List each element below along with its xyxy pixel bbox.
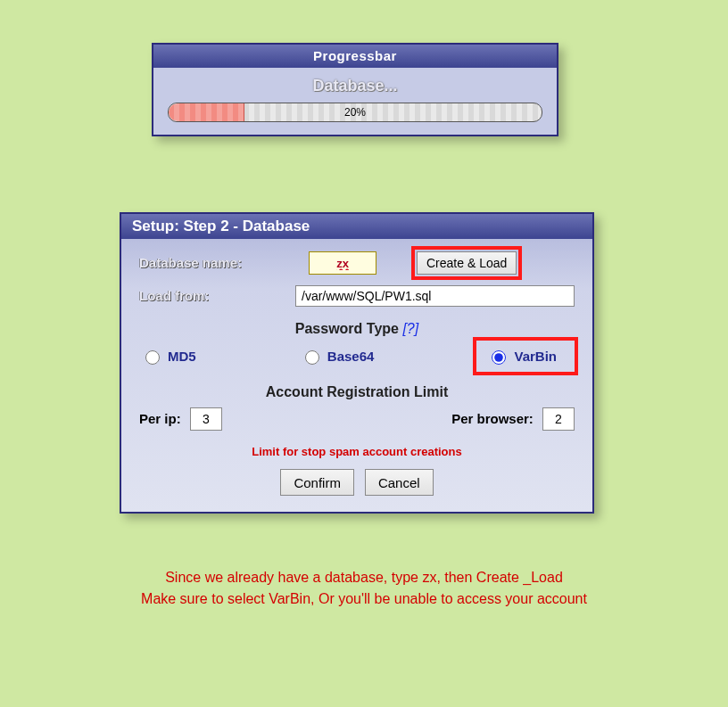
radio-varbin-input[interactable] bbox=[492, 350, 506, 365]
radio-varbin[interactable]: VarBin bbox=[478, 342, 573, 370]
annotation-line-2: Make sure to select VarBin, Or you'll be… bbox=[0, 588, 728, 610]
password-type-help-icon[interactable]: [?] bbox=[402, 321, 418, 336]
setup-body: Database name: Create & Load Load from: … bbox=[121, 239, 592, 512]
annotation-line-1: Since we already have a database, type z… bbox=[0, 567, 728, 588]
progress-panel: Progressbar Database... 20% bbox=[152, 43, 558, 136]
radio-base64-input[interactable] bbox=[305, 350, 319, 365]
radio-varbin-label: VarBin bbox=[514, 349, 557, 364]
per-ip-input[interactable] bbox=[190, 407, 222, 431]
load-from-label: Load from: bbox=[139, 289, 255, 304]
progress-title: Progressbar bbox=[153, 45, 557, 68]
db-name-row: Database name: Create & Load bbox=[139, 251, 575, 275]
progress-percent: 20% bbox=[169, 103, 542, 121]
load-from-input[interactable] bbox=[295, 285, 575, 307]
radio-md5-input[interactable] bbox=[145, 350, 160, 365]
radio-base64[interactable]: Base64 bbox=[301, 348, 375, 365]
password-type-radios: MD5 Base64 VarBin bbox=[139, 342, 575, 370]
reg-limit-title: Account Registration Limit bbox=[139, 384, 575, 400]
setup-title: Setup: Step 2 - Database bbox=[121, 214, 592, 239]
annotation-text: Since we already have a database, type z… bbox=[0, 567, 728, 610]
radio-base64-label: Base64 bbox=[327, 349, 375, 364]
per-browser-input[interactable] bbox=[542, 407, 575, 431]
password-type-title: Password Type [?] bbox=[139, 321, 575, 337]
setup-panel: Setup: Step 2 - Database Database name: … bbox=[120, 212, 594, 514]
confirm-button[interactable]: Confirm bbox=[280, 469, 354, 496]
per-browser-label: Per browser: bbox=[451, 411, 534, 426]
per-ip-label: Per ip: bbox=[139, 411, 181, 426]
per-ip-group: Per ip: bbox=[139, 407, 222, 431]
password-type-text: Password Type bbox=[295, 321, 399, 336]
cancel-button[interactable]: Cancel bbox=[365, 469, 434, 496]
db-name-label: Database name: bbox=[139, 256, 255, 271]
action-buttons: Confirm Cancel bbox=[139, 469, 575, 496]
progress-label: Database... bbox=[168, 77, 542, 95]
progress-bar: 20% bbox=[168, 103, 542, 122]
spam-note: Limit for stop spam account creations bbox=[139, 445, 575, 458]
radio-md5-label: MD5 bbox=[168, 349, 196, 364]
reg-limit-row: Per ip: Per browser: bbox=[139, 407, 575, 431]
db-name-input[interactable] bbox=[309, 251, 376, 275]
radio-md5[interactable]: MD5 bbox=[141, 348, 196, 365]
create-load-button[interactable]: Create & Load bbox=[417, 251, 517, 275]
load-from-row: Load from: bbox=[139, 285, 575, 307]
progress-body: Database... 20% bbox=[153, 68, 557, 135]
per-browser-group: Per browser: bbox=[451, 407, 575, 431]
